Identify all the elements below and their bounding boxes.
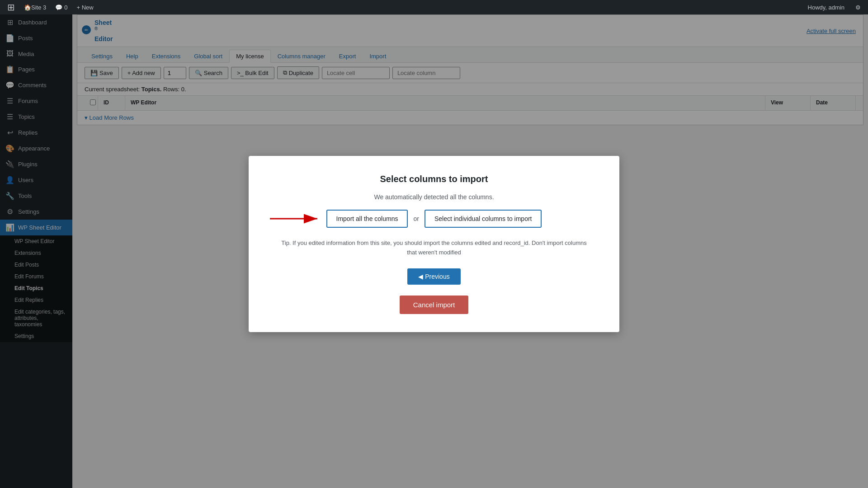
admin-bar: ⊞ 🏠 Site 3 💬 0 + New Howdy, admin ⚙ bbox=[0, 0, 868, 14]
new-content-link[interactable]: + New bbox=[73, 0, 97, 14]
modal-dialog: Select columns to import We automaticall… bbox=[249, 156, 619, 332]
comments-link[interactable]: 💬 0 bbox=[52, 0, 71, 14]
modal-buttons: Import all the columns or Select individ… bbox=[276, 210, 592, 228]
modal-title: Select columns to import bbox=[276, 174, 592, 184]
site-name-link[interactable]: 🏠 Site 3 bbox=[20, 0, 50, 14]
previous-button[interactable]: ◀ Previous bbox=[407, 268, 460, 285]
cancel-import-button[interactable]: Cancel import bbox=[400, 296, 469, 314]
admin-bar-right: Howdy, admin ⚙ bbox=[804, 0, 864, 14]
or-separator: or bbox=[413, 215, 419, 222]
howdy-text: Howdy, admin bbox=[804, 0, 848, 14]
site-name: Site 3 bbox=[31, 4, 46, 11]
red-arrow-icon bbox=[268, 212, 322, 225]
modal-actions: ◀ Previous bbox=[276, 268, 592, 292]
wp-logo-link[interactable]: ⊞ bbox=[4, 0, 19, 14]
comments-count: 0 bbox=[64, 4, 67, 11]
admin-bar-left: ⊞ 🏠 Site 3 💬 0 + New bbox=[4, 0, 97, 14]
comments-icon: 💬 bbox=[55, 4, 62, 11]
screen-options-icon[interactable]: ⚙ bbox=[852, 0, 864, 14]
new-content-label: + New bbox=[76, 4, 93, 11]
select-individual-columns-button[interactable]: Select individual columns to import bbox=[425, 210, 542, 228]
arrow-button-wrapper: Import all the columns bbox=[326, 210, 408, 228]
home-icon: 🏠 bbox=[24, 4, 31, 11]
wp-logo-icon: ⊞ bbox=[7, 2, 15, 13]
modal-overlay: Select columns to import We automaticall… bbox=[0, 0, 868, 488]
red-arrow-wrapper bbox=[268, 212, 322, 225]
modal-tip: Tip. If you edited information from this… bbox=[276, 239, 592, 258]
modal-subtitle: We automatically detected all the column… bbox=[276, 193, 592, 201]
import-all-columns-button[interactable]: Import all the columns bbox=[326, 210, 408, 228]
